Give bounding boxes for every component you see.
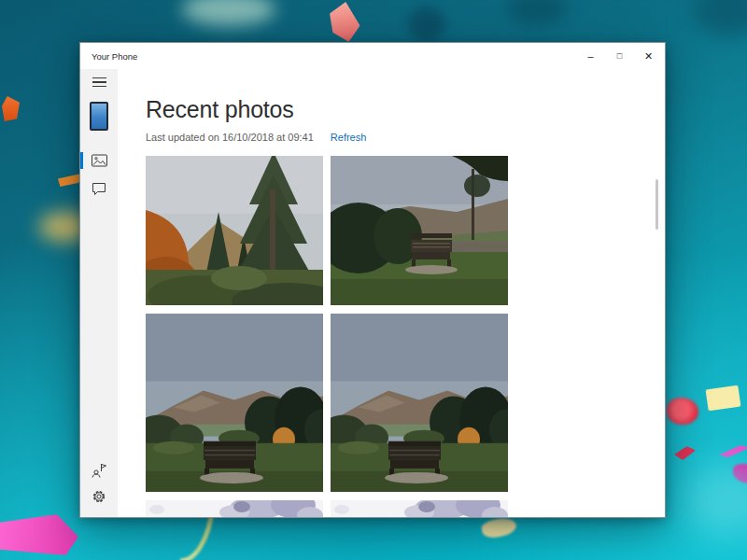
sidebar-item-messages[interactable] [80,175,118,202]
minimize-button[interactable]: – [576,43,605,69]
messages-icon [92,182,106,196]
photo-thumbnail[interactable] [146,500,323,517]
bright-sky-photo-art [331,500,508,517]
confetti-piece [684,465,747,535]
photo-thumbnail[interactable] [331,314,508,492]
titlebar[interactable]: Your Phone – □ ✕ [80,43,665,69]
minimize-icon: – [587,50,593,62]
confetti-piece [706,385,741,412]
confetti-piece [719,445,747,457]
photo-grid [146,156,665,517]
photo-thumbnail[interactable] [331,500,508,517]
confetti-piece [733,464,747,483]
feedback-icon [92,463,106,478]
refresh-link[interactable]: Refresh [331,132,367,143]
maximize-icon: □ [617,51,622,61]
phone-screen-icon [90,102,108,131]
confetti-piece [674,446,696,460]
photos-icon [92,154,107,168]
confetti-piece [182,0,275,26]
confetti-piece [693,0,747,35]
feedback-button[interactable] [80,457,118,483]
settings-button[interactable] [80,483,118,510]
confetti-piece [667,398,698,425]
close-button[interactable]: ✕ [634,43,663,69]
sidebar-item-photos[interactable] [80,147,118,174]
gear-icon [92,489,106,504]
bench-mountain-photo-art [331,314,508,492]
confetti-piece [480,515,517,539]
window-controls: – □ ✕ [576,43,665,69]
confetti-piece [58,174,81,187]
photo-thumbnail[interactable] [146,156,323,305]
last-updated-text: Last updated on 16/10/2018 at 09:41 [146,132,314,143]
window-title: Your Phone [80,51,576,62]
bench-mountain-photo-art [146,314,323,492]
photo-thumbnail[interactable] [146,314,323,492]
maximize-button[interactable]: □ [605,43,634,69]
page-title: Recent photos [146,95,665,123]
confetti-piece [507,0,567,24]
your-phone-window: Your Phone – □ ✕ [79,42,666,518]
scrollbar-thumb[interactable] [655,179,658,230]
photo-thumbnail[interactable] [331,156,508,305]
close-icon: ✕ [644,50,653,63]
desktop-background: Your Phone – □ ✕ [0,0,747,560]
bench-hillside-photo-art [331,156,508,305]
hamburger-icon [92,77,106,88]
confetti-piece [408,7,445,41]
confetti-piece [2,96,20,121]
confetti-piece [326,0,363,43]
meta-row: Last updated on 16/10/2018 at 09:41 Refr… [146,132,665,143]
sidebar-item-phone[interactable] [80,97,118,134]
bright-sky-photo-art [146,500,323,517]
main-content: Recent photos Last updated on 16/10/2018… [118,69,665,517]
autumn-trees-photo-art [146,156,323,305]
menu-button[interactable] [80,69,118,95]
confetti-piece [0,514,78,555]
sidebar [80,69,118,517]
